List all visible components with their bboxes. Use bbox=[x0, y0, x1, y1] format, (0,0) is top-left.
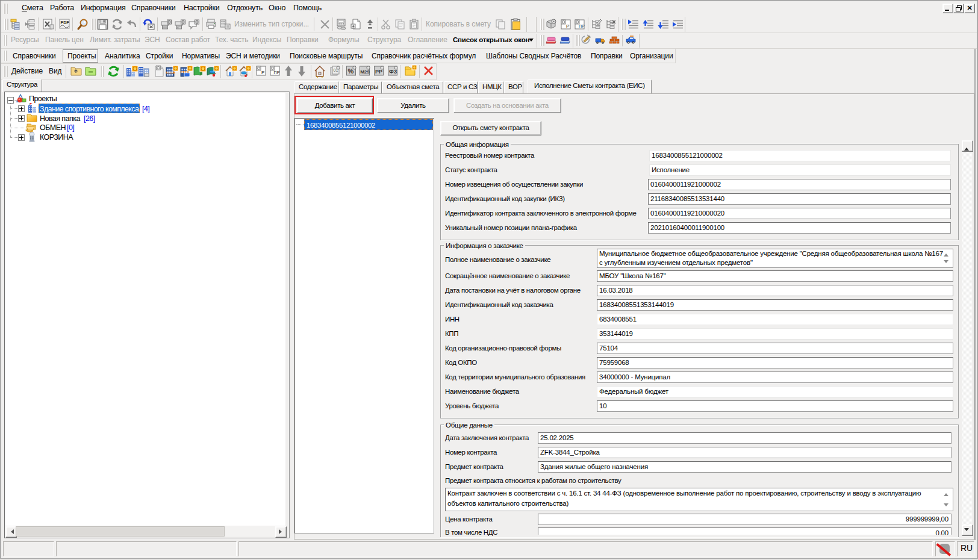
svg-text:PDF: PDF bbox=[61, 20, 70, 25]
svg-text:РР: РР bbox=[375, 69, 382, 75]
svg-text:М29: М29 bbox=[360, 69, 370, 75]
svg-text:ПР: ПР bbox=[274, 70, 280, 75]
svg-text:P: P bbox=[566, 23, 569, 29]
svg-text:ПР: ПР bbox=[579, 24, 585, 28]
svg-text:P: P bbox=[261, 70, 264, 75]
